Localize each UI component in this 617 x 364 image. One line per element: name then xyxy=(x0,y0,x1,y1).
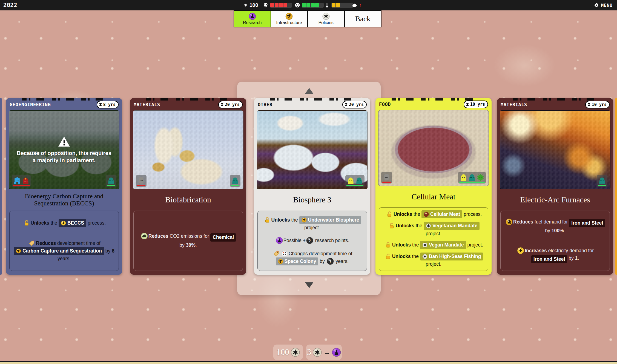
menu-label: MENU xyxy=(601,3,613,8)
support-bar xyxy=(382,182,391,183)
view-tabs: Research Infrastructure Policies Back xyxy=(234,10,381,27)
research-flask-icon xyxy=(332,348,341,357)
effect-line: Possible +? research points. xyxy=(275,237,349,244)
bolt-ball-icon xyxy=(61,220,66,226)
card-effects: Unlocks the Underwater Biosphere project… xyxy=(257,211,367,271)
tab-back[interactable]: Back xyxy=(345,11,381,27)
hourglass-icon xyxy=(344,103,348,107)
card-title: Bioenergy Carbon Capture and Sequestrati… xyxy=(6,189,122,210)
lock-open-icon xyxy=(388,222,395,229)
skull-icon xyxy=(263,2,268,8)
bolt-ball-icon xyxy=(517,247,524,254)
dome-teal-icon xyxy=(598,176,606,185)
meter-segments xyxy=(302,3,324,8)
warning-text: Because of opposition, this requires a m… xyxy=(16,150,113,164)
tab-infrastructure[interactable]: Infrastructure xyxy=(271,11,308,27)
hammer-ball-icon xyxy=(278,259,283,264)
tab-research[interactable]: Research xyxy=(234,11,271,27)
card-image xyxy=(378,110,489,186)
policy-star-ball-icon xyxy=(422,242,427,248)
support-badge xyxy=(136,175,147,187)
card-effects: Reduces fuel demand for Iron and Steel b… xyxy=(500,211,610,271)
research-card-biosphere3[interactable]: OTHER 20 yrs Biosphere 3 Unlocks the Und… xyxy=(254,98,370,275)
tab-policies[interactable]: Policies xyxy=(308,11,345,27)
effect-line: Reduces fuel demand for Iron and Steel b… xyxy=(504,218,606,234)
support-badge xyxy=(106,175,116,187)
effect-chip: Space Colony xyxy=(276,257,318,265)
card-effects: Unlocks the BECCS process.Reduces develo… xyxy=(9,211,119,271)
dome-red-star-icon xyxy=(22,176,29,185)
game-screen: 2022 100 ↑ MENU Research Infrastructure … xyxy=(0,0,617,364)
spiky-green-icon xyxy=(477,173,484,181)
dome-teal-icon xyxy=(355,176,363,185)
policy-star-icon xyxy=(322,13,330,20)
menu-button[interactable]: MENU xyxy=(590,0,617,10)
effect-line: Unlocks the Cellular Meat process. xyxy=(385,210,482,218)
research-card-electric-arc-furnaces[interactable]: MATERIALS 10 yrs Electric-Arc Furnaces R… xyxy=(497,98,613,275)
research-card-beccs[interactable]: GEOENGINEERING 8 yrs Because of oppositi… xyxy=(6,98,122,275)
support-bar xyxy=(13,185,30,186)
effect-chip: Vegetarian Mandate xyxy=(424,222,480,230)
effect-chip: Carbon Capture and Sequestration xyxy=(14,247,104,255)
smiley-icon xyxy=(295,2,300,8)
policy-star-ball-icon xyxy=(426,223,431,228)
card-image: Because of opposition, this requires a m… xyxy=(9,110,119,189)
hourglass-icon xyxy=(99,103,102,107)
dice-icon xyxy=(281,250,288,257)
effect-chip: Iron and Steel xyxy=(569,219,605,227)
support-bar xyxy=(598,185,606,186)
support-bar xyxy=(107,185,115,186)
prev-card-sliver[interactable] xyxy=(0,98,2,275)
political-capital-value: 100 xyxy=(276,347,289,357)
effect-chip: Cellular Meat xyxy=(421,210,462,218)
card-duration: 20 yrs xyxy=(225,102,240,107)
card-duration-badge: 10 yrs xyxy=(464,101,488,108)
fuel-ball-icon xyxy=(506,218,513,225)
flask-ball-icon xyxy=(276,237,283,244)
tag-icon xyxy=(28,240,35,247)
effect-line: Unlocks the Ban High-Seas Fishing projec… xyxy=(383,253,484,268)
burger-ball-icon xyxy=(424,212,429,217)
meter-segments xyxy=(331,3,353,8)
back-label: Back xyxy=(355,15,370,23)
effect-line: Unlocks the BECCS process. xyxy=(22,219,106,227)
support-badge xyxy=(381,172,392,184)
warning-icon xyxy=(58,136,71,147)
card-duration-badge: 8 yrs xyxy=(97,101,119,108)
effect-chip: Ban High-Seas Fishing xyxy=(420,253,483,260)
top-status-bar: 2022 100 ↑ MENU xyxy=(0,0,617,10)
hourglass-icon xyxy=(220,103,224,107)
support-bar xyxy=(346,185,363,186)
question-ball-icon: ? xyxy=(306,237,313,244)
scroll-down-arrow[interactable] xyxy=(305,282,313,288)
research-card-biofabrication[interactable]: MATERIALS 20 yrs Biofabrication Reduces … xyxy=(130,98,246,275)
research-points-value: 100 xyxy=(249,2,258,8)
question-ball-icon: ? xyxy=(327,258,334,265)
support-badge xyxy=(230,175,240,187)
thermometer-icon xyxy=(324,2,330,8)
convert-amount-value: 3 xyxy=(307,347,311,357)
card-duration-badge: 10 yrs xyxy=(585,101,610,108)
bottom-strip xyxy=(0,362,617,364)
policy-star-ball-icon xyxy=(422,254,427,259)
dome-yellow-icon xyxy=(347,176,354,185)
scroll-up-arrow[interactable] xyxy=(305,88,313,94)
dome-yellow-icon xyxy=(460,173,467,181)
tab-label: Research xyxy=(243,20,262,25)
next-card-sliver[interactable] xyxy=(615,98,617,275)
research-card-cellular-meat[interactable]: FOOD 10 yrs Cellular Meat Unlocks the Ce… xyxy=(375,98,492,275)
star-icon xyxy=(243,3,248,8)
card-duration-badge: 20 yrs xyxy=(342,101,367,108)
arrow-right-icon: → xyxy=(323,349,330,356)
lock-open-icon xyxy=(384,241,392,248)
card-duration-badge: 20 yrs xyxy=(218,101,243,108)
card-category: FOOD xyxy=(379,102,391,107)
political-capital-star-icon xyxy=(313,348,322,357)
card-title: Cellular Meat xyxy=(375,186,492,207)
robot-gray-icon xyxy=(137,176,145,185)
support-badge xyxy=(597,175,607,187)
contentedness-meter xyxy=(295,0,324,10)
dither-texture xyxy=(133,111,243,189)
political-capital-star-icon xyxy=(291,348,300,357)
tab-label: Policies xyxy=(318,20,334,25)
